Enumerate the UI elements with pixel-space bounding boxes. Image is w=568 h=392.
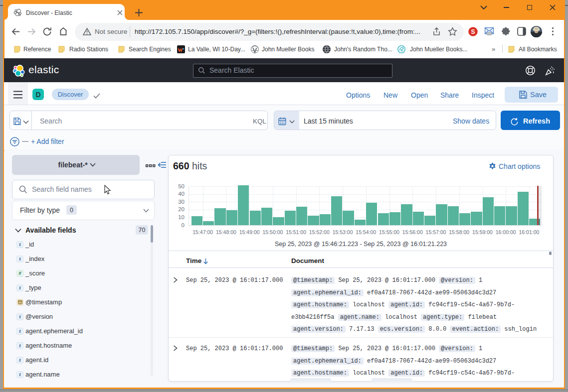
svg-text:S: S — [471, 28, 475, 35]
